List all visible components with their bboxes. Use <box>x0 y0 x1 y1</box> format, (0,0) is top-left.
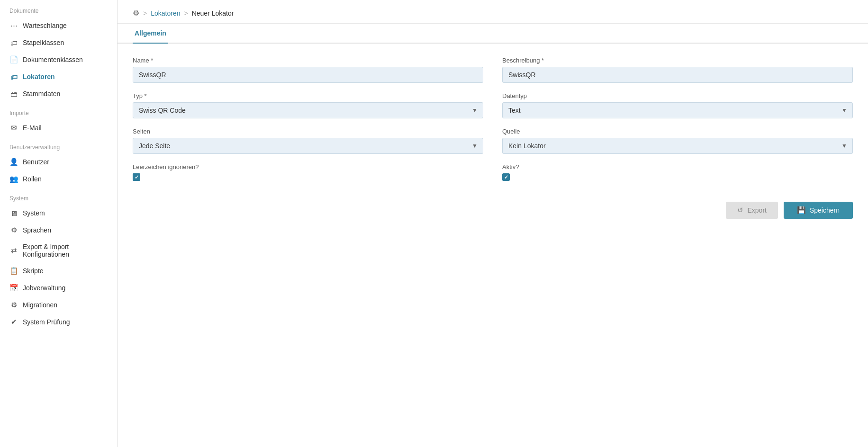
field-group-leerzeichen: Leerzeichen ignorieren? <box>133 163 483 181</box>
field-group-datentyp: Datentyp Text ▼ <box>502 92 853 118</box>
sidebar-item-jobverwaltung[interactable]: 📅 Jobverwaltung <box>0 279 117 296</box>
aktiv-label: Aktiv? <box>502 163 853 170</box>
sidebar-item-label: Stammdaten <box>23 90 60 98</box>
tab-allgemein[interactable]: Allgemein <box>133 24 168 44</box>
export-button[interactable]: ↺ Export <box>726 202 778 219</box>
sidebar-item-label: System <box>23 209 45 217</box>
seiten-select-wrapper: Jede Seite ▼ <box>133 138 483 154</box>
sidebar-item-label: Skripte <box>23 267 44 275</box>
leerzeichen-checkbox-wrapper <box>133 173 483 181</box>
datentyp-label: Datentyp <box>502 92 853 99</box>
field-group-beschreibung: Beschreibung * <box>502 57 853 83</box>
sidebar-item-stapelklassen[interactable]: 🏷 Stapelklassen <box>0 34 117 51</box>
sidebar-item-label: System Prüfung <box>23 318 70 326</box>
aktiv-checkbox-wrapper <box>502 173 853 181</box>
speichern-button[interactable]: 💾 Speichern <box>784 202 853 219</box>
user-icon: 👤 <box>9 158 18 166</box>
quelle-select[interactable]: Kein Lokator <box>502 138 853 154</box>
seiten-label: Seiten <box>133 128 483 135</box>
name-label: Name * <box>133 57 483 64</box>
migration-icon: ⚙ <box>9 301 18 309</box>
sidebar-section-benutzerverwaltung: Benutzerverwaltung <box>0 136 117 153</box>
export-label: Export <box>747 206 766 214</box>
sidebar-item-system-pruefung[interactable]: ✔ System Prüfung <box>0 313 117 331</box>
beschreibung-input[interactable] <box>502 67 853 83</box>
breadcrumb-sep-2: > <box>184 9 188 17</box>
email-icon: ✉ <box>9 124 18 132</box>
quelle-select-wrapper: Kein Lokator ▼ <box>502 138 853 154</box>
aktiv-checkbox[interactable] <box>502 173 510 181</box>
doc-icon: 📄 <box>9 55 18 64</box>
sidebar: Dokumente ⋯ Warteschlange 🏷 Stapelklasse… <box>0 0 118 447</box>
sidebar-item-skripte[interactable]: 📋 Skripte <box>0 262 117 279</box>
breadcrumb-sep-1: > <box>143 9 147 17</box>
field-group-name: Name * <box>133 57 483 83</box>
roles-icon: 👥 <box>9 175 18 183</box>
sidebar-item-system[interactable]: 🖥 System <box>0 205 117 222</box>
typ-label: Typ * <box>133 92 483 99</box>
master-data-icon: 🗃 <box>9 89 18 98</box>
save-icon: 💾 <box>797 206 806 215</box>
sidebar-item-label: Rollen <box>23 175 42 183</box>
gear-icon: ⚙ <box>133 9 139 18</box>
sidebar-item-label: Sprachen <box>23 226 51 234</box>
seiten-select[interactable]: Jede Seite <box>133 138 483 154</box>
sidebar-item-label: Warteschlange <box>23 22 67 29</box>
sidebar-item-lokatoren[interactable]: 🏷 Lokatoren <box>0 68 117 85</box>
field-group-seiten: Seiten Jede Seite ▼ <box>133 128 483 154</box>
form-area: Name * Beschreibung * Typ * Swiss QR Cod… <box>118 44 868 447</box>
beschreibung-label: Beschreibung * <box>502 57 853 64</box>
sidebar-item-email[interactable]: ✉ E-Mail <box>0 119 117 136</box>
breadcrumb-lokatoren[interactable]: Lokatoren <box>151 9 180 17</box>
sidebar-item-benutzer[interactable]: 👤 Benutzer <box>0 153 117 170</box>
sidebar-section-importe: Importe <box>0 102 117 119</box>
sidebar-item-label: Export & Import Konfigurationen <box>23 243 108 258</box>
leerzeichen-checkbox[interactable] <box>133 173 140 181</box>
jobs-icon: 📅 <box>9 284 18 292</box>
breadcrumb-current: Neuer Lokator <box>192 9 234 17</box>
speichern-label: Speichern <box>810 206 840 214</box>
field-group-aktiv: Aktiv? <box>502 163 853 181</box>
breadcrumb: ⚙ > Lokatoren > Neuer Lokator <box>118 0 868 24</box>
name-input[interactable] <box>133 67 483 83</box>
leerzeichen-label: Leerzeichen ignorieren? <box>133 163 483 170</box>
sidebar-item-rollen[interactable]: 👥 Rollen <box>0 170 117 188</box>
action-row: ↺ Export 💾 Speichern <box>502 202 853 219</box>
sidebar-item-export-import[interactable]: ⇄ Export & Import Konfigurationen <box>0 239 117 262</box>
sidebar-item-label: Migrationen <box>23 301 57 309</box>
sidebar-item-sprachen[interactable]: ⚙ Sprachen <box>0 222 117 239</box>
field-group-quelle: Quelle Kein Lokator ▼ <box>502 128 853 154</box>
sidebar-item-label: E-Mail <box>23 124 42 132</box>
scripts-icon: 📋 <box>9 267 18 275</box>
field-group-typ: Typ * Swiss QR Code ▼ <box>133 92 483 118</box>
check-icon: ✔ <box>9 318 18 326</box>
datentyp-select-wrapper: Text ▼ <box>502 102 853 118</box>
batch-icon: 🏷 <box>9 38 18 47</box>
export-import-icon: ⇄ <box>9 246 18 255</box>
sidebar-item-warteschlange[interactable]: ⋯ Warteschlange <box>0 17 117 34</box>
typ-select-wrapper: Swiss QR Code ▼ <box>133 102 483 118</box>
main-content: ⚙ > Lokatoren > Neuer Lokator Allgemein … <box>118 0 868 447</box>
tab-bar: Allgemein <box>118 24 868 44</box>
sidebar-item-label: Lokatoren <box>23 73 55 80</box>
datentyp-select[interactable]: Text <box>502 102 853 118</box>
sidebar-item-stammdaten[interactable]: 🗃 Stammdaten <box>0 85 117 102</box>
system-icon: 🖥 <box>9 209 18 217</box>
sidebar-item-migrationen[interactable]: ⚙ Migrationen <box>0 296 117 313</box>
refresh-icon: ↺ <box>737 206 743 215</box>
languages-icon: ⚙ <box>9 226 18 234</box>
locator-icon: 🏷 <box>9 72 18 81</box>
sidebar-item-label: Benutzer <box>23 158 49 166</box>
quelle-label: Quelle <box>502 128 853 135</box>
sidebar-item-label: Stapelklassen <box>23 39 64 46</box>
sidebar-section-dokumente: Dokumente <box>0 0 117 17</box>
form-grid: Name * Beschreibung * Typ * Swiss QR Cod… <box>133 57 853 219</box>
sidebar-section-system: System <box>0 188 117 205</box>
typ-select[interactable]: Swiss QR Code <box>133 102 483 118</box>
sidebar-item-label: Jobverwaltung <box>23 284 65 292</box>
sidebar-item-label: Dokumentenklassen <box>23 56 83 63</box>
queue-icon: ⋯ <box>9 21 18 30</box>
sidebar-item-dokumentenklassen[interactable]: 📄 Dokumentenklassen <box>0 51 117 68</box>
